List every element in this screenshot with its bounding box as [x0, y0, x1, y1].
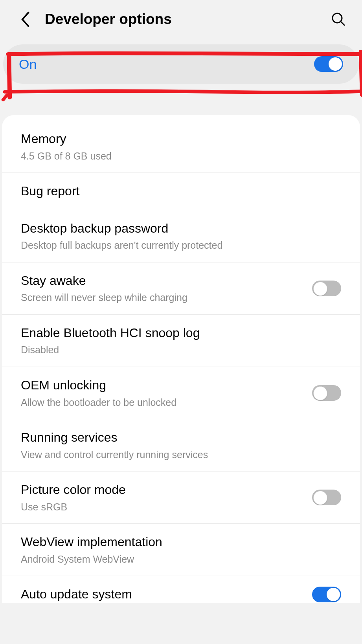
list-item-text: Bug report [21, 183, 341, 200]
list-item-title: Auto update system [21, 586, 304, 603]
list-item-text: WebView implementation Android System We… [21, 534, 341, 565]
master-toggle-label: On [19, 57, 37, 72]
auto-update-system-toggle[interactable] [312, 587, 341, 602]
list-item-text: Auto update system [21, 586, 312, 603]
stay-awake-toggle[interactable] [312, 281, 341, 296]
list-item-sub: Allow the bootloader to be unlocked [21, 396, 304, 409]
list-item-oem-unlocking[interactable]: OEM unlocking Allow the bootloader to be… [2, 367, 360, 419]
page-title: Developer options [45, 11, 331, 28]
svg-line-1 [341, 22, 345, 26]
list-item-sub: View and control currently running servi… [21, 448, 333, 461]
picture-color-mode-toggle[interactable] [312, 490, 341, 505]
list-item-title: WebView implementation [21, 534, 333, 550]
list-item-memory[interactable]: Memory 4.5 GB of 8 GB used [2, 121, 360, 173]
list-item-text: Memory 4.5 GB of 8 GB used [21, 131, 341, 162]
list-item-title: Bug report [21, 183, 333, 200]
svg-point-0 [333, 13, 342, 23]
list-item-sub: 4.5 GB of 8 GB used [21, 150, 333, 163]
list-item-text: OEM unlocking Allow the bootloader to be… [21, 377, 312, 409]
list-item-title: Running services [21, 429, 333, 446]
list-item-text: Desktop backup password Desktop full bac… [21, 220, 341, 252]
list-item-text: Running services View and control curren… [21, 429, 341, 461]
list-item-picture-color-mode[interactable]: Picture color mode Use sRGB [2, 472, 360, 524]
list-item-bug-report[interactable]: Bug report [2, 173, 360, 210]
list-item-text: Enable Bluetooth HCI snoop log Disabled [21, 325, 341, 356]
list-item-bluetooth-hci[interactable]: Enable Bluetooth HCI snoop log Disabled [2, 315, 360, 367]
list-item-sub: Desktop full backups aren't currently pr… [21, 239, 333, 252]
list-item-sub: Screen will never sleep while charging [21, 291, 304, 304]
list-item-title: Memory [21, 131, 333, 147]
list-item-title: Picture color mode [21, 482, 304, 498]
list-item-webview-implementation[interactable]: WebView implementation Android System We… [2, 524, 360, 576]
search-icon[interactable] [331, 11, 346, 27]
list-item-text: Stay awake Screen will never sleep while… [21, 273, 312, 304]
list-item-title: Enable Bluetooth HCI snoop log [21, 325, 333, 341]
list-item-running-services[interactable]: Running services View and control curren… [2, 419, 360, 472]
master-toggle-switch[interactable] [314, 56, 343, 72]
settings-list: Memory 4.5 GB of 8 GB used Bug report De… [2, 115, 360, 603]
list-item-sub: Use sRGB [21, 501, 304, 514]
list-item-auto-update-system[interactable]: Auto update system [2, 576, 360, 603]
master-toggle-row[interactable]: On [3, 44, 359, 84]
master-toggle-container: On [3, 44, 359, 84]
list-item-desktop-backup-password[interactable]: Desktop backup password Desktop full bac… [2, 210, 360, 262]
list-item-stay-awake[interactable]: Stay awake Screen will never sleep while… [2, 262, 360, 315]
oem-unlocking-toggle[interactable] [312, 385, 341, 401]
list-item-sub: Android System WebView [21, 553, 333, 566]
list-item-sub: Disabled [21, 343, 333, 356]
back-icon[interactable] [20, 11, 31, 27]
list-item-text: Picture color mode Use sRGB [21, 482, 312, 513]
list-item-title: Stay awake [21, 273, 304, 289]
list-item-title: Desktop backup password [21, 220, 333, 237]
list-item-title: OEM unlocking [21, 377, 304, 394]
app-header: Developer options [0, 0, 362, 39]
